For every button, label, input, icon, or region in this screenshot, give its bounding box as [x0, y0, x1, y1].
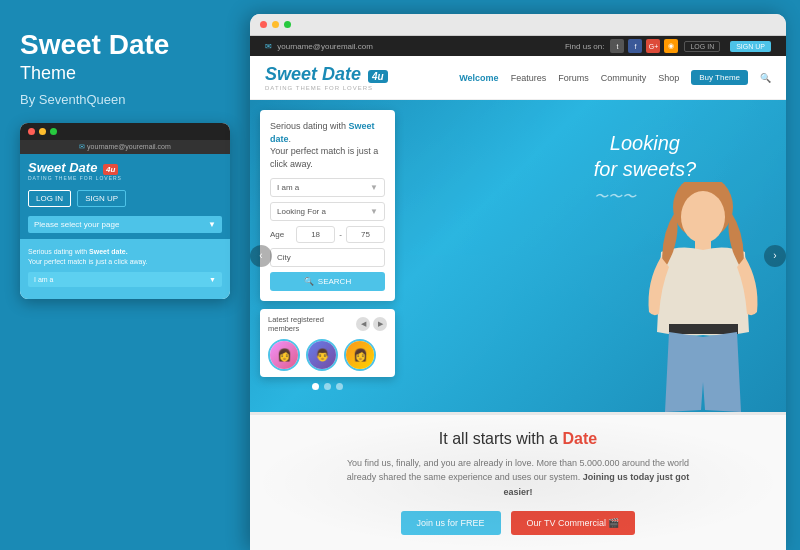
- social-icons: t f G+ ◉: [610, 39, 678, 53]
- browser-top-bar: [250, 14, 786, 36]
- site-hero: ‹ Serious dating with Sweet date. Your p…: [250, 100, 786, 412]
- avatar-image-2: 👨: [308, 341, 336, 369]
- age-dash: -: [339, 230, 342, 239]
- hero-tagline-line1: Looking: [594, 130, 696, 156]
- mobile-browser-bar: [20, 123, 230, 140]
- members-nav: ◀ ▶: [356, 317, 387, 331]
- carousel-dots: [260, 383, 395, 394]
- nav-buy-theme-button[interactable]: Buy Theme: [691, 70, 748, 85]
- site-topbar-email: ✉ yourname@youremail.com: [265, 42, 373, 51]
- nav-community[interactable]: Community: [601, 73, 647, 83]
- rss-icon[interactable]: ◉: [664, 39, 678, 53]
- email-icon: ✉: [79, 143, 85, 150]
- world-map-bg: [250, 415, 786, 550]
- site-nav: Sweet Date 4u DATING THEME FOR LOVERS We…: [250, 56, 786, 100]
- dot-green: [50, 128, 57, 135]
- mobile-form-text: Serious dating with Sweet date. Your per…: [28, 247, 222, 267]
- members-list: 👩 👨 👩: [268, 339, 387, 371]
- site-topbar: ✉ yourname@youremail.com Find us on: t f…: [250, 36, 786, 56]
- members-card: Latest registered members ◀ ▶ 👩 👨: [260, 309, 395, 377]
- hero-tagline-line2: for sweets?: [594, 156, 696, 182]
- svg-rect-3: [669, 324, 738, 334]
- twitter-icon[interactable]: t: [610, 39, 624, 53]
- mobile-select-row: Please select your page ▼: [20, 212, 230, 239]
- browser-dot-red: [260, 21, 267, 28]
- logo-tag: 4u: [368, 70, 388, 83]
- search-button[interactable]: 🔍 SEARCH: [270, 272, 385, 291]
- browser-dot-yellow: [272, 21, 279, 28]
- carousel-next-button[interactable]: ›: [764, 245, 786, 267]
- city-field[interactable]: City: [270, 248, 385, 267]
- mobile-iam-field[interactable]: I am a ▼: [28, 272, 222, 287]
- carousel-prev-button[interactable]: ‹: [250, 245, 272, 267]
- members-next-button[interactable]: ▶: [373, 317, 387, 331]
- mobile-preview: ✉ yourname@youremail.com Sweet Date 4u D…: [20, 123, 230, 300]
- browser-dot-green: [284, 21, 291, 28]
- dropdown-icon: ▼: [370, 207, 378, 216]
- member-avatar-3[interactable]: 👩: [344, 339, 376, 371]
- mobile-logo-sub: DATING THEME FOR LOVERS: [28, 175, 122, 181]
- google-icon[interactable]: G+: [646, 39, 660, 53]
- age-to-input[interactable]: 75: [346, 226, 385, 243]
- mobile-form-section: Serious dating with Sweet date. Your per…: [20, 239, 230, 300]
- site-logo: Sweet Date 4u: [265, 64, 388, 85]
- app-subtitle: Theme: [20, 63, 230, 84]
- nav-search-icon[interactable]: 🔍: [760, 73, 771, 83]
- right-panel: ✉ yourname@youremail.com Find us on: t f…: [250, 14, 786, 550]
- mobile-btn-row: LOG IN SIGN UP: [20, 185, 230, 212]
- svg-point-1: [681, 191, 725, 243]
- site-logo-sub: DATING THEME FOR LOVERS: [265, 85, 388, 91]
- members-prev-button[interactable]: ◀: [356, 317, 370, 331]
- facebook-icon[interactable]: f: [628, 39, 642, 53]
- dropdown-icon: ▼: [209, 276, 216, 283]
- carousel-dot-2[interactable]: [324, 383, 331, 390]
- website-content: ✉ yourname@youremail.com Find us on: t f…: [250, 36, 786, 550]
- nav-welcome[interactable]: Welcome: [459, 73, 498, 83]
- mobile-signup-button[interactable]: SIGN UP: [77, 190, 126, 207]
- search-icon: 🔍: [304, 277, 314, 286]
- nav-forums[interactable]: Forums: [558, 73, 589, 83]
- site-logo-block: Sweet Date 4u DATING THEME FOR LOVERS: [265, 64, 388, 91]
- members-title: Latest registered members: [268, 315, 356, 333]
- looking-for-select[interactable]: Looking For a ▼: [270, 202, 385, 221]
- model-figure: [631, 182, 776, 412]
- dropdown-icon: ▼: [208, 220, 216, 229]
- member-avatar-2[interactable]: 👨: [306, 339, 338, 371]
- mobile-header: Sweet Date 4u DATING THEME FOR LOVERS: [20, 154, 230, 185]
- iam-select[interactable]: I am a ▼: [270, 178, 385, 197]
- app-author: By SeventhQueen: [20, 92, 230, 107]
- carousel-dot-1[interactable]: [312, 383, 319, 390]
- hero-right: Looking for sweets? 〜〜〜: [405, 100, 786, 412]
- dropdown-icon: ▼: [370, 183, 378, 192]
- mobile-logo: Sweet Date 4u: [28, 160, 122, 175]
- avatar-image-1: 👩: [270, 341, 298, 369]
- nav-links: Welcome Features Forums Community Shop B…: [459, 70, 771, 85]
- app-title: Sweet Date: [20, 30, 230, 61]
- site-login-button[interactable]: LOG IN: [684, 41, 720, 52]
- dot-red: [28, 128, 35, 135]
- nav-shop[interactable]: Shop: [658, 73, 679, 83]
- avatar-image-3: 👩: [346, 341, 374, 369]
- hero-left: Serious dating with Sweet date. Your per…: [250, 100, 405, 412]
- dot-yellow: [39, 128, 46, 135]
- site-topbar-right: Find us on: t f G+ ◉ LOG IN SIGN UP: [565, 39, 771, 53]
- mobile-email-bar: ✉ yourname@youremail.com: [20, 140, 230, 154]
- carousel-dot-3[interactable]: [336, 383, 343, 390]
- mobile-page-select[interactable]: Please select your page ▼: [28, 216, 222, 233]
- site-signup-button[interactable]: SIGN UP: [730, 41, 771, 52]
- age-row: Age 18 - 75: [270, 226, 385, 243]
- nav-features[interactable]: Features: [511, 73, 547, 83]
- member-avatar-1[interactable]: 👩: [268, 339, 300, 371]
- search-card-title: Serious dating with Sweet date. Your per…: [270, 120, 385, 170]
- email-icon: ✉: [265, 42, 272, 51]
- age-from-input[interactable]: 18: [296, 226, 335, 243]
- title-block: Sweet Date Theme By SeventhQueen: [20, 30, 230, 107]
- below-fold-section: It all starts with a Date You find us, f…: [250, 412, 786, 550]
- left-panel: Sweet Date Theme By SeventhQueen ✉ yourn…: [0, 0, 250, 550]
- mobile-login-button[interactable]: LOG IN: [28, 190, 71, 207]
- members-header: Latest registered members ◀ ▶: [268, 315, 387, 333]
- age-label: Age: [270, 230, 292, 239]
- search-card: Serious dating with Sweet date. Your per…: [260, 110, 395, 301]
